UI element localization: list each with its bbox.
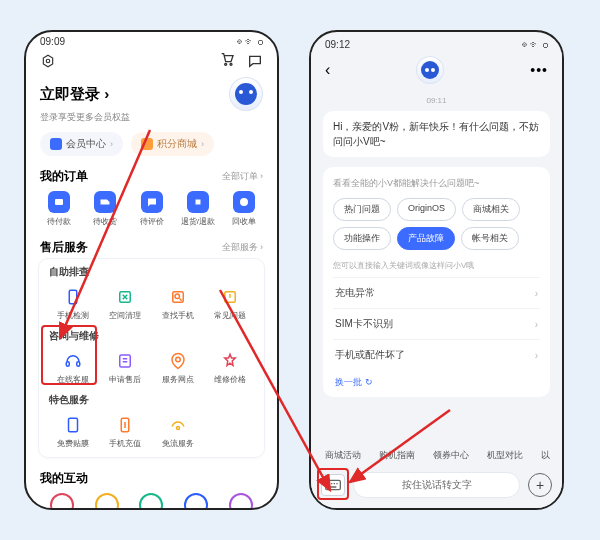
gear-icon[interactable] xyxy=(40,53,56,69)
grid-item[interactable]: 免流服务 xyxy=(152,411,204,453)
orders-more[interactable]: 全部订单 › xyxy=(222,170,264,183)
chip-row: 热门问题 OriginOS 商城相关 功能操作 产品故障 帐号相关 xyxy=(333,198,540,250)
status-time: 09:12 xyxy=(325,39,350,50)
login-sub: 登录享受更多会员权益 xyxy=(26,111,277,130)
highlight-box-1 xyxy=(41,325,97,385)
svg-point-14 xyxy=(175,357,180,362)
svg-rect-6 xyxy=(69,290,77,304)
status-right: ◎ ᯤ ▢ xyxy=(237,36,263,47)
diamond-icon xyxy=(50,138,62,150)
chip[interactable]: 热门问题 xyxy=(333,198,391,221)
orders-row: 待付款 待收货 待评价 退货/退款 回收单 xyxy=(26,187,277,235)
options-bubble: 看看全能的小V都能解决什么问题吧~ 热门问题 OriginOS 商城相关 功能操… xyxy=(323,167,550,397)
refresh-link[interactable]: 换一批 ↻ xyxy=(333,370,540,389)
member-pill[interactable]: 会员中心› xyxy=(40,132,123,156)
chat-avatar xyxy=(416,56,444,84)
after-more[interactable]: 全部服务 › xyxy=(222,241,264,254)
quick-item[interactable]: 以 xyxy=(541,449,550,462)
circle-item[interactable] xyxy=(229,493,253,510)
order-item[interactable]: 退货/退款 xyxy=(179,191,217,227)
grid-item[interactable]: 空间清理 xyxy=(99,283,151,325)
circle-item[interactable] xyxy=(139,493,163,510)
login-row[interactable]: 立即登录 xyxy=(26,75,277,111)
robot-icon xyxy=(235,83,257,105)
grid-item[interactable]: 申请售后 xyxy=(99,347,151,389)
chip[interactable]: 功能操作 xyxy=(333,227,391,250)
grid-item[interactable]: 手机检测 xyxy=(47,283,99,325)
right-phone: 09:12 ◎ ᯤ ▢ ‹ ••• 09:11 Hi，亲爱的V粉，新年快乐！有什… xyxy=(309,30,564,510)
svg-point-9 xyxy=(175,294,180,299)
quick-item[interactable]: 购机指南 xyxy=(379,449,415,462)
chat-body: 09:11 Hi，亲爱的V粉，新年快乐！有什么问题，不妨问问小V吧~ 看看全能的… xyxy=(311,88,562,441)
grid-item[interactable]: 手机充值 xyxy=(99,411,151,453)
after-card: 自助排查 手机检测 空间清理 查找手机 常见问题 咨询与维修 在线客服 申请售后… xyxy=(38,258,265,458)
chip[interactable]: 帐号相关 xyxy=(461,227,519,250)
svg-point-1 xyxy=(46,59,50,63)
circle-item[interactable] xyxy=(184,493,208,510)
status-bar: 09:09 ◎ ᯤ ▢ xyxy=(26,32,277,47)
svg-marker-0 xyxy=(43,55,52,67)
more-icon[interactable]: ••• xyxy=(530,62,548,78)
after-header: 售后服务 全部服务 › xyxy=(26,235,277,258)
avatar[interactable] xyxy=(229,77,263,111)
list-row[interactable]: SIM卡不识别› xyxy=(333,308,540,339)
svg-rect-4 xyxy=(55,199,63,205)
list-row[interactable]: 充电异常› xyxy=(333,277,540,308)
robot-icon xyxy=(421,61,439,79)
greeting-bubble: Hi，亲爱的V粉，新年快乐！有什么问题，不妨问问小V吧~ xyxy=(323,111,550,157)
grid-item[interactable]: 常见问题 xyxy=(204,283,256,325)
pill-row: 会员中心› 积分商城› xyxy=(26,130,277,164)
login-title[interactable]: 立即登录 xyxy=(40,85,109,104)
grid-item[interactable]: 免费贴膜 xyxy=(47,411,99,453)
chat-header: ‹ ••• xyxy=(311,52,562,88)
status-bar: 09:12 ◎ ᯤ ▢ xyxy=(311,32,562,52)
svg-point-2 xyxy=(225,63,227,65)
order-item[interactable]: 待付款 xyxy=(40,191,78,227)
svg-rect-15 xyxy=(69,418,78,432)
points-pill[interactable]: 积分商城› xyxy=(131,132,214,156)
input-row: 按住说话转文字 + xyxy=(311,466,562,508)
grid-item[interactable]: 维修价格 xyxy=(204,347,256,389)
chip[interactable]: OriginOS xyxy=(397,198,456,221)
quick-item[interactable]: 机型对比 xyxy=(487,449,523,462)
status-right: ◎ ᯤ ▢ xyxy=(522,39,548,50)
chip-active[interactable]: 产品故障 xyxy=(397,227,455,250)
cart-icon[interactable] xyxy=(219,51,235,71)
grid-item[interactable]: 查找手机 xyxy=(152,283,204,325)
plus-button[interactable]: + xyxy=(528,473,552,497)
svg-point-3 xyxy=(230,63,232,65)
highlight-box-2 xyxy=(317,468,349,500)
quick-row: 商城活动 购机指南 领券中心 机型对比 以 xyxy=(311,441,562,466)
back-icon[interactable]: ‹ xyxy=(325,61,330,79)
quick-item[interactable]: 领券中心 xyxy=(433,449,469,462)
left-phone: 09:09 ◎ ᯤ ▢ 立即登录 登录享受更多会员权益 会员中心› 积分商城› … xyxy=(24,30,279,510)
voice-input[interactable]: 按住说话转文字 xyxy=(353,472,520,498)
order-item[interactable]: 待评价 xyxy=(133,191,171,227)
list-row[interactable]: 手机或配件坏了› xyxy=(333,339,540,370)
chip[interactable]: 商城相关 xyxy=(462,198,520,221)
svg-point-17 xyxy=(176,427,179,430)
status-time: 09:09 xyxy=(40,36,65,47)
order-item[interactable]: 待收货 xyxy=(86,191,124,227)
circle-item[interactable] xyxy=(50,493,74,510)
interact-row xyxy=(26,489,277,510)
message-icon[interactable] xyxy=(247,53,263,69)
interact-header: 我的互动 xyxy=(26,466,277,489)
header-row xyxy=(26,47,277,75)
order-item[interactable]: 回收单 xyxy=(225,191,263,227)
coin-icon xyxy=(141,138,153,150)
grid-item[interactable]: 服务网点 xyxy=(152,347,204,389)
circle-item[interactable] xyxy=(95,493,119,510)
time-label: 09:11 xyxy=(323,96,550,105)
orders-header: 我的订单 全部订单 › xyxy=(26,164,277,187)
quick-item[interactable]: 商城活动 xyxy=(325,449,361,462)
